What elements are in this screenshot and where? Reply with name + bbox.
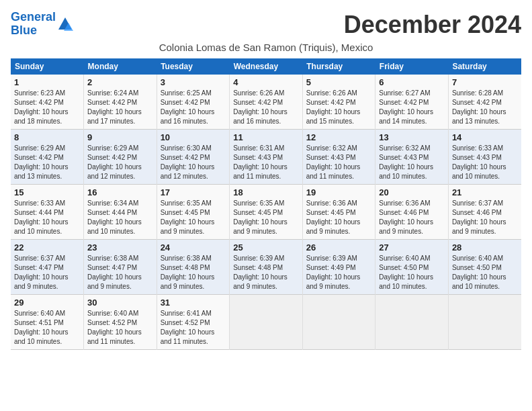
logo-icon xyxy=(57,16,73,32)
calendar-cell: 24Sunrise: 6:38 AMSunset: 4:48 PMDayligh… xyxy=(157,240,230,295)
day-info: Sunrise: 6:35 AMSunset: 4:45 PMDaylight:… xyxy=(233,199,299,236)
day-number: 21 xyxy=(452,187,518,197)
day-info: Sunrise: 6:23 AMSunset: 4:42 PMDaylight:… xyxy=(14,89,80,126)
calendar-cell: 15Sunrise: 6:33 AMSunset: 4:44 PMDayligh… xyxy=(11,185,84,240)
calendar-cell xyxy=(302,295,375,350)
calendar-cell: 4Sunrise: 6:26 AMSunset: 4:42 PMDaylight… xyxy=(230,75,303,130)
calendar-cell: 16Sunrise: 6:34 AMSunset: 4:44 PMDayligh… xyxy=(84,185,157,240)
day-number: 11 xyxy=(233,132,299,142)
calendar-cell: 19Sunrise: 6:36 AMSunset: 4:45 PMDayligh… xyxy=(302,185,375,240)
day-number: 3 xyxy=(161,77,226,87)
calendar-cell xyxy=(448,295,521,350)
header-thursday: Thursday xyxy=(302,58,375,75)
calendar-week-row: 22Sunrise: 6:37 AMSunset: 4:47 PMDayligh… xyxy=(11,240,521,295)
day-info: Sunrise: 6:41 AMSunset: 4:52 PMDaylight:… xyxy=(161,309,226,347)
day-info: Sunrise: 6:37 AMSunset: 4:47 PMDaylight:… xyxy=(14,254,80,291)
calendar-cell: 11Sunrise: 6:31 AMSunset: 4:43 PMDayligh… xyxy=(230,130,303,185)
day-number: 10 xyxy=(161,132,226,142)
day-number: 2 xyxy=(87,77,153,87)
day-info: Sunrise: 6:38 AMSunset: 4:48 PMDaylight:… xyxy=(161,254,226,291)
calendar-week-row: 15Sunrise: 6:33 AMSunset: 4:44 PMDayligh… xyxy=(11,185,521,240)
day-info: Sunrise: 6:29 AMSunset: 4:42 PMDaylight:… xyxy=(14,144,80,181)
calendar-cell: 25Sunrise: 6:39 AMSunset: 4:48 PMDayligh… xyxy=(230,240,303,295)
day-info: Sunrise: 6:29 AMSunset: 4:42 PMDaylight:… xyxy=(87,144,153,181)
calendar-week-row: 29Sunrise: 6:40 AMSunset: 4:51 PMDayligh… xyxy=(11,295,521,350)
calendar-week-row: 8Sunrise: 6:29 AMSunset: 4:42 PMDaylight… xyxy=(11,130,521,185)
day-number: 28 xyxy=(452,242,518,253)
day-info: Sunrise: 6:39 AMSunset: 4:49 PMDaylight:… xyxy=(306,254,372,291)
logo: GeneralBlue xyxy=(11,11,75,38)
calendar-header-row: SundayMondayTuesdayWednesdayThursdayFrid… xyxy=(11,58,521,75)
day-number: 29 xyxy=(14,298,80,308)
calendar-cell: 26Sunrise: 6:39 AMSunset: 4:49 PMDayligh… xyxy=(302,240,375,295)
day-info: Sunrise: 6:40 AMSunset: 4:50 PMDaylight:… xyxy=(379,254,445,291)
calendar-cell: 27Sunrise: 6:40 AMSunset: 4:50 PMDayligh… xyxy=(375,240,449,295)
calendar-cell: 23Sunrise: 6:38 AMSunset: 4:47 PMDayligh… xyxy=(84,240,157,295)
header-saturday: Saturday xyxy=(448,58,521,75)
header-wednesday: Wednesday xyxy=(230,58,303,75)
day-info: Sunrise: 6:36 AMSunset: 4:45 PMDaylight:… xyxy=(306,199,372,236)
day-number: 24 xyxy=(161,242,226,253)
calendar-cell: 21Sunrise: 6:37 AMSunset: 4:46 PMDayligh… xyxy=(448,185,521,240)
day-number: 19 xyxy=(306,187,372,197)
day-info: Sunrise: 6:40 AMSunset: 4:51 PMDaylight:… xyxy=(14,309,80,347)
day-info: Sunrise: 6:32 AMSunset: 4:43 PMDaylight:… xyxy=(306,144,372,181)
header-tuesday: Tuesday xyxy=(157,58,230,75)
day-info: Sunrise: 6:25 AMSunset: 4:42 PMDaylight:… xyxy=(161,89,226,126)
calendar-cell: 9Sunrise: 6:29 AMSunset: 4:42 PMDaylight… xyxy=(84,130,157,185)
day-info: Sunrise: 6:39 AMSunset: 4:48 PMDaylight:… xyxy=(233,254,299,291)
day-info: Sunrise: 6:40 AMSunset: 4:50 PMDaylight:… xyxy=(452,254,518,291)
day-number: 31 xyxy=(161,298,226,308)
day-info: Sunrise: 6:40 AMSunset: 4:52 PMDaylight:… xyxy=(87,309,153,347)
calendar-cell: 12Sunrise: 6:32 AMSunset: 4:43 PMDayligh… xyxy=(302,130,375,185)
day-number: 6 xyxy=(379,77,445,87)
calendar-cell: 14Sunrise: 6:33 AMSunset: 4:43 PMDayligh… xyxy=(448,130,521,185)
header-friday: Friday xyxy=(375,58,449,75)
day-number: 30 xyxy=(87,298,153,308)
logo-block: GeneralBlue xyxy=(11,11,75,38)
calendar-cell: 28Sunrise: 6:40 AMSunset: 4:50 PMDayligh… xyxy=(448,240,521,295)
day-number: 20 xyxy=(379,187,445,197)
calendar-cell: 17Sunrise: 6:35 AMSunset: 4:45 PMDayligh… xyxy=(157,185,230,240)
day-number: 4 xyxy=(233,77,299,87)
calendar-cell: 6Sunrise: 6:27 AMSunset: 4:42 PMDaylight… xyxy=(375,75,449,130)
day-number: 26 xyxy=(306,242,372,253)
day-number: 23 xyxy=(87,242,153,253)
day-info: Sunrise: 6:34 AMSunset: 4:44 PMDaylight:… xyxy=(87,199,153,236)
calendar-cell: 13Sunrise: 6:32 AMSunset: 4:43 PMDayligh… xyxy=(375,130,449,185)
calendar-week-row: 1Sunrise: 6:23 AMSunset: 4:42 PMDaylight… xyxy=(11,75,521,130)
calendar-cell: 10Sunrise: 6:30 AMSunset: 4:42 PMDayligh… xyxy=(157,130,230,185)
day-info: Sunrise: 6:31 AMSunset: 4:43 PMDaylight:… xyxy=(233,144,299,181)
day-info: Sunrise: 6:32 AMSunset: 4:43 PMDaylight:… xyxy=(379,144,445,181)
day-info: Sunrise: 6:26 AMSunset: 4:42 PMDaylight:… xyxy=(306,89,372,126)
calendar-cell: 2Sunrise: 6:24 AMSunset: 4:42 PMDaylight… xyxy=(84,75,157,130)
day-number: 7 xyxy=(452,77,518,87)
day-number: 5 xyxy=(306,77,372,87)
day-number: 25 xyxy=(233,242,299,253)
calendar-cell xyxy=(375,295,449,350)
day-info: Sunrise: 6:37 AMSunset: 4:46 PMDaylight:… xyxy=(452,199,518,236)
header-monday: Monday xyxy=(84,58,157,75)
day-info: Sunrise: 6:24 AMSunset: 4:42 PMDaylight:… xyxy=(87,89,153,126)
day-number: 13 xyxy=(379,132,445,142)
calendar-cell: 7Sunrise: 6:28 AMSunset: 4:42 PMDaylight… xyxy=(448,75,521,130)
day-number: 8 xyxy=(14,132,80,142)
day-number: 17 xyxy=(161,187,226,197)
calendar-cell xyxy=(230,295,303,350)
calendar-cell: 5Sunrise: 6:26 AMSunset: 4:42 PMDaylight… xyxy=(302,75,375,130)
day-number: 15 xyxy=(14,187,80,197)
day-info: Sunrise: 6:35 AMSunset: 4:45 PMDaylight:… xyxy=(161,199,226,236)
calendar-cell: 3Sunrise: 6:25 AMSunset: 4:42 PMDaylight… xyxy=(157,75,230,130)
logo-text: GeneralBlue xyxy=(11,11,56,38)
calendar-cell: 22Sunrise: 6:37 AMSunset: 4:47 PMDayligh… xyxy=(11,240,84,295)
day-number: 1 xyxy=(14,77,80,87)
day-number: 14 xyxy=(452,132,518,142)
day-number: 27 xyxy=(379,242,445,253)
day-info: Sunrise: 6:27 AMSunset: 4:42 PMDaylight:… xyxy=(379,89,445,126)
day-info: Sunrise: 6:33 AMSunset: 4:44 PMDaylight:… xyxy=(14,199,80,236)
calendar-cell: 29Sunrise: 6:40 AMSunset: 4:51 PMDayligh… xyxy=(11,295,84,350)
day-number: 22 xyxy=(14,242,80,253)
day-info: Sunrise: 6:36 AMSunset: 4:46 PMDaylight:… xyxy=(379,199,445,236)
day-number: 9 xyxy=(87,132,153,142)
calendar-cell: 31Sunrise: 6:41 AMSunset: 4:52 PMDayligh… xyxy=(157,295,230,350)
